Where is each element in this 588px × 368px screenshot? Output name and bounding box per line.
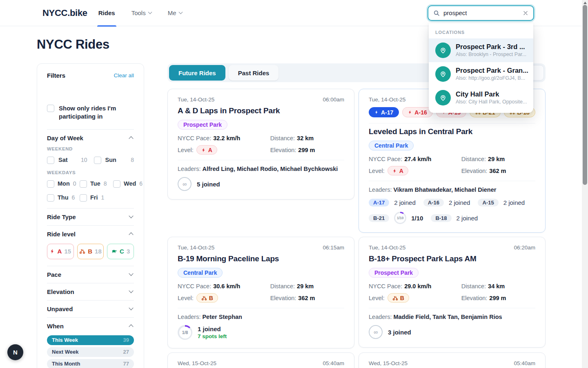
- when-title: When: [47, 323, 64, 330]
- distance-label: Distance:: [461, 156, 486, 162]
- group-badge: B-18: [431, 214, 451, 222]
- location-tag[interactable]: Central Park: [369, 141, 414, 150]
- clear-all-link[interactable]: Clear all: [114, 72, 134, 79]
- day-count: 10: [81, 157, 87, 163]
- chevron-down-icon: [129, 305, 133, 310]
- sat-checkbox[interactable]: [47, 157, 54, 164]
- ride-type-title: Ride Type: [47, 213, 76, 220]
- tab-past-rides[interactable]: Past Rides: [229, 65, 279, 81]
- tab-future-rides[interactable]: Future Rides: [169, 65, 225, 81]
- day-label: Fri: [90, 194, 98, 201]
- wed-checkbox[interactable]: [113, 180, 120, 188]
- group-joined: 2 joined: [394, 199, 416, 206]
- pace-header[interactable]: Pace: [47, 266, 134, 283]
- thu-checkbox[interactable]: [47, 194, 54, 202]
- nav-rides[interactable]: Rides: [98, 0, 115, 26]
- group-pill[interactable]: A-16: [402, 107, 432, 117]
- ride-card[interactable]: Tue, 14-Oct-25 06:15am B-19 Morning Pace…: [167, 237, 354, 348]
- when-next-week[interactable]: Next Week 27: [47, 347, 134, 357]
- day-filter-tue[interactable]: Tue 8: [80, 180, 113, 188]
- level-count: 3: [127, 248, 130, 255]
- elevation-header[interactable]: Elevation: [47, 283, 134, 300]
- day-filter-thu[interactable]: Thu 6: [47, 194, 80, 202]
- ride-level-header[interactable]: Ride level: [47, 226, 134, 242]
- level-a-filter-button[interactable]: A 15: [47, 244, 74, 259]
- app-logo[interactable]: NYCC.bike: [42, 8, 87, 18]
- pace-value: 30.6 km/h: [213, 283, 240, 289]
- ride-title: B-18+ Prospect Park Laps AM: [369, 254, 535, 263]
- distance-value: 32 km: [297, 135, 314, 141]
- location-pin-icon: [435, 90, 451, 105]
- ride-card[interactable]: Wed, 15-Oct-25 05:40am Not Quite Your MI…: [359, 352, 546, 368]
- mon-checkbox[interactable]: [47, 180, 54, 188]
- search-box: [428, 5, 534, 21]
- day-filter-sat[interactable]: Sat 10: [47, 156, 94, 164]
- elevation-label: Elevation:: [461, 168, 488, 174]
- nav-tools[interactable]: Tools: [131, 0, 151, 26]
- sun-checkbox[interactable]: [94, 157, 101, 164]
- location-tag[interactable]: Prospect Park: [178, 120, 227, 130]
- ride-type-header[interactable]: Ride Type: [47, 209, 134, 225]
- location-suggestion[interactable]: Prospect Park - Gran... Also: http://goo…: [429, 62, 533, 86]
- group-badge: A-16: [423, 199, 444, 206]
- chevron-down-icon: [129, 288, 133, 293]
- location-title: City Hall Park: [456, 90, 527, 98]
- when-count: 27: [123, 349, 129, 355]
- avatar[interactable]: N: [7, 344, 23, 360]
- fri-checkbox[interactable]: [80, 194, 87, 202]
- capacity-progress-circle: 1/10: [394, 212, 406, 224]
- location-suggestion[interactable]: City Hall Park Also: City Hall Park, Opp…: [429, 86, 533, 110]
- level-letter: A: [58, 248, 62, 255]
- day-filter-wed[interactable]: Wed 6: [113, 180, 143, 188]
- distance-label: Distance:: [270, 135, 295, 141]
- level-b-filter-button[interactable]: B 18: [77, 244, 104, 259]
- tue-checkbox[interactable]: [80, 180, 87, 188]
- group-pill-selected[interactable]: A-17: [369, 107, 399, 117]
- leaders-label: Leaders:: [369, 186, 392, 193]
- when-this-month[interactable]: This Month 77: [47, 359, 134, 368]
- ride-card[interactable]: Wed, 15-Oct-25 05:40am MID-WEEK SHUFFLE …: [167, 352, 354, 368]
- search-input[interactable]: [443, 9, 522, 16]
- ride-date: Tue, 14-Oct-25: [369, 96, 405, 103]
- day-filter-mon[interactable]: Mon 0: [47, 180, 80, 188]
- scrollbar-thumb[interactable]: [583, 5, 587, 185]
- unpaved-title: Unpaved: [47, 305, 73, 312]
- location-tag[interactable]: Prospect Park: [369, 268, 419, 278]
- when-this-week[interactable]: This Week 39: [47, 335, 134, 345]
- ride-card[interactable]: Tue, 14-Oct-25 06:00am A & D Laps in Pro…: [167, 89, 354, 200]
- filter-section-unpaved: Unpaved: [47, 301, 134, 318]
- day-count: 6: [72, 194, 75, 201]
- when-header[interactable]: When: [47, 318, 134, 334]
- unpaved-header[interactable]: Unpaved: [47, 301, 134, 317]
- day-label: Sun: [105, 157, 116, 163]
- chevron-down-icon: [148, 10, 152, 14]
- group-badge: A-17: [369, 199, 389, 206]
- ride-date: Wed, 15-Oct-25: [369, 360, 408, 366]
- clear-search-icon[interactable]: [522, 9, 529, 17]
- group-badge: B-21: [369, 214, 389, 222]
- ride-card[interactable]: Tue, 14-Oct-25 06:20am B-18+ Prospect Pa…: [359, 237, 546, 348]
- vertical-scrollbar[interactable]: [582, 0, 588, 368]
- day-of-week-header[interactable]: Day of Week: [47, 130, 134, 146]
- participating-checkbox[interactable]: [47, 105, 54, 112]
- capacity-progress-text: 1/8: [179, 327, 191, 339]
- location-title: Prospect Park - 3rd ...: [456, 43, 526, 51]
- scroll-up-arrow-icon[interactable]: [584, 2, 587, 4]
- day-count: 6: [139, 180, 143, 187]
- distance-value: 34 km: [488, 283, 505, 289]
- search-container: LOCATIONS Prospect Park - 3rd ... Also: …: [428, 5, 534, 21]
- when-count: 77: [123, 361, 129, 367]
- day-filter-fri[interactable]: Fri 1: [80, 194, 113, 202]
- day-label: Wed: [124, 180, 136, 187]
- ride-title: Leveled Laps in Central Park: [369, 127, 535, 136]
- level-count: 18: [95, 248, 102, 255]
- level-c-filter-button[interactable]: C 3: [107, 244, 134, 259]
- leaders-label: Leaders:: [178, 166, 200, 172]
- day-filter-sun[interactable]: Sun 8: [94, 156, 134, 164]
- nav-me[interactable]: Me: [168, 0, 182, 26]
- location-suggestion[interactable]: Prospect Park - 3rd ... Also: Brooklyn -…: [429, 38, 533, 62]
- day-label: Thu: [58, 194, 69, 201]
- location-tag[interactable]: Central Park: [178, 268, 223, 278]
- filter-section-elevation: Elevation: [47, 283, 134, 301]
- search-icon: [433, 10, 440, 16]
